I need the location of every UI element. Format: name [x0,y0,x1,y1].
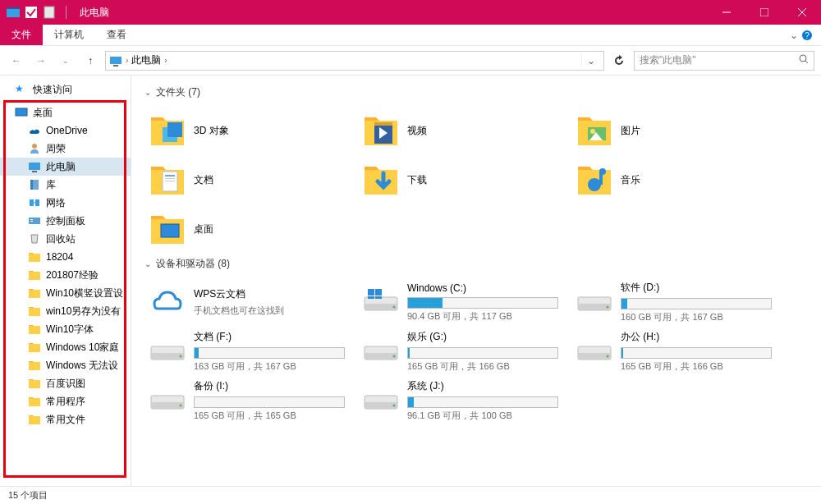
cloud-icon [148,286,187,318]
address-dropdown[interactable]: ⌄ [581,55,600,66]
sidebar-item[interactable]: Win10横竖设置设 [0,284,131,302]
svg-point-70 [607,306,609,309]
tree-icon [28,413,41,426]
svg-rect-51 [165,178,175,179]
drive-item[interactable]: 软件 (D:)160 GB 可用，共 167 GB [571,277,785,327]
forward-button[interactable]: → [31,51,51,71]
svg-rect-50 [165,175,175,176]
tree-icon [28,377,41,390]
drive-item[interactable]: 备份 (I:)165 GB 可用，共 165 GB [144,376,358,425]
sidebar-item[interactable]: 控制面板 [0,212,131,230]
drive-item[interactable]: 娱乐 (G:)165 GB 可用，共 166 GB [358,327,571,376]
svg-rect-28 [29,272,40,280]
tree-label: 此电脑 [46,160,76,174]
drive-stats: 165 GB 可用，共 165 GB [194,410,345,422]
sidebar-item[interactable]: Win10字体 [0,320,131,338]
tab-computer[interactable]: 计算机 [43,25,95,45]
minimize-button[interactable] [708,0,745,25]
folder-item[interactable]: 3D 对象 [144,106,358,155]
sidebar-item[interactable]: 此电脑 [0,158,131,176]
tree-label: Windows 10家庭 [46,341,119,355]
folder-icon [148,209,187,249]
folder-item[interactable]: 文档 [144,155,358,204]
group-header-drives[interactable]: ⌄ 设备和驱动器 (8) [144,257,808,271]
drive-item[interactable]: 文档 (F:)163 GB 可用，共 167 GB [144,327,358,376]
drive-item[interactable]: 系统 (J:)96.1 GB 可用，共 100 GB [358,376,571,425]
svg-rect-35 [29,398,40,406]
drive-sub: 手机文档也可在这找到 [194,305,345,317]
svg-point-46 [590,129,595,134]
sidebar-item[interactable]: Windows 10家庭 [0,338,131,356]
drive-item[interactable]: 办公 (H:)165 GB 可用，共 166 GB [571,327,785,376]
sidebar-item[interactable]: 回收站 [0,230,131,248]
tab-file[interactable]: 文件 [0,25,43,45]
close-button[interactable] [783,0,821,25]
svg-point-16 [32,144,37,149]
sidebar-item-desktop[interactable]: 桌面 [0,103,131,121]
tree-icon [28,395,41,408]
svg-point-76 [393,355,396,358]
properties-icon[interactable] [43,6,56,19]
svg-rect-81 [151,402,184,409]
sidebar-item[interactable]: 18204 [0,248,131,266]
sidebar-item[interactable]: win10另存为没有 [0,302,131,320]
svg-rect-69 [578,304,611,310]
back-button[interactable]: ← [7,51,26,71]
folder-item[interactable]: 图片 [571,106,785,155]
sidebar-item[interactable]: OneDrive [0,121,131,140]
folder-item[interactable]: 视频 [358,106,571,155]
folder-name: 桌面 [194,222,213,236]
tree-label: Win10字体 [46,323,94,337]
up-button[interactable]: ↑ [80,51,100,71]
drive-stats: 160 GB 可用，共 167 GB [621,311,772,323]
ribbon-help[interactable]: ⌄ ? [790,25,821,45]
thispc-icon [109,54,122,67]
svg-rect-17 [29,163,40,170]
sidebar-item[interactable]: 库 [0,176,131,194]
drive-stats: 165 GB 可用，共 166 GB [407,360,558,373]
drive-item[interactable]: Windows (C:)90.4 GB 可用，共 117 GB [358,277,571,327]
sidebar-item[interactable]: 百度识图 [0,374,131,392]
folder-name: 视频 [407,124,427,138]
folder-icon [148,111,187,150]
drive-stats: 96.1 GB 可用，共 100 GB [407,410,558,422]
sidebar-item[interactable]: 网络 [0,194,131,212]
sidebar-item[interactable]: 常用文件 [0,410,131,428]
chevron-right-icon: › [164,56,167,65]
tab-view[interactable]: 查看 [95,25,138,45]
sidebar-item[interactable]: Windows 无法设 [0,356,131,374]
address-bar[interactable]: › 此电脑 › ⌄ [105,51,604,71]
drive-stats: 90.4 GB 可用，共 117 GB [407,310,558,323]
search-box[interactable]: 搜索"此电脑" [634,51,814,71]
svg-rect-39 [167,122,182,137]
svg-rect-52 [165,181,175,181]
checkbox-icon[interactable] [25,6,38,19]
recent-dropdown[interactable]: ⌄ [56,51,76,71]
drive-name: 软件 (D:) [621,281,772,295]
search-icon [799,54,809,66]
help-icon: ? [801,30,813,41]
svg-rect-1 [7,7,20,9]
tree-icon [28,232,41,245]
svg-rect-29 [29,290,40,298]
svg-rect-84 [365,402,397,409]
folder-item[interactable]: 音乐 [571,155,785,204]
group-header-folders[interactable]: ⌄ 文件夹 (7) [144,85,808,99]
sidebar-item[interactable]: 常用程序 [0,392,131,410]
drive-name: 系统 (J:) [407,379,558,393]
group-title: 设备和驱动器 (8) [156,257,230,271]
svg-rect-43 [374,122,392,126]
maximize-button[interactable] [745,0,783,25]
sidebar-item-quick-access[interactable]: ★ 快速访问 [0,80,131,99]
breadcrumb-root[interactable]: 此电脑 [131,53,161,67]
folder-item[interactable]: 桌面 [144,204,358,254]
desktop-icon [15,106,28,119]
sidebar-item[interactable]: 201807经验 [0,266,131,284]
sidebar-item[interactable]: 周荣 [0,140,131,158]
tree-label: OneDrive [46,125,88,136]
cloud-item[interactable]: WPS云文档手机文档也可在这找到 [144,277,358,327]
refresh-button[interactable] [609,51,629,71]
folder-item[interactable]: 下载 [358,155,571,204]
tree-label: 常用文件 [46,413,85,427]
star-icon: ★ [15,83,28,96]
